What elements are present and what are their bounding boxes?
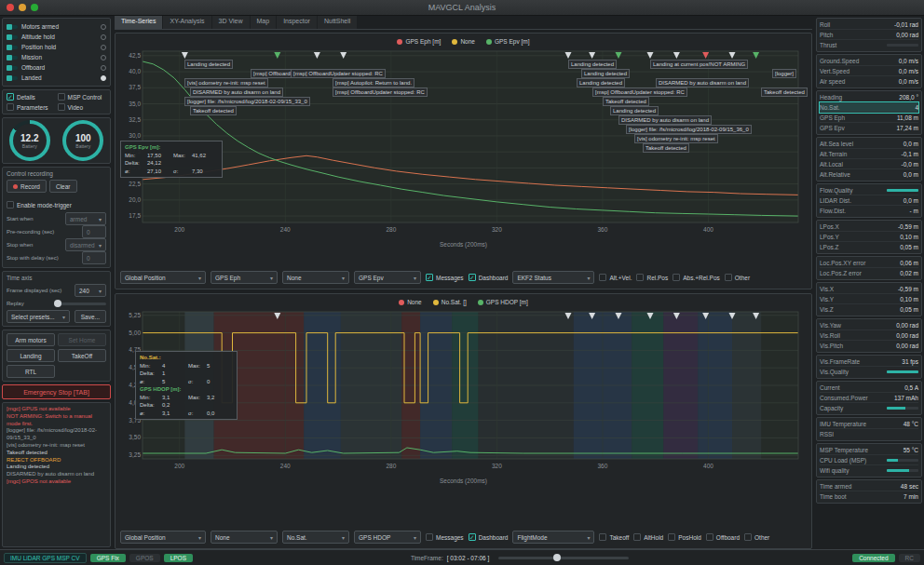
checkbox-abs-rel-pos[interactable]: Abs.+Rel.Pos bbox=[673, 274, 720, 281]
gauge-value: 12.2 bbox=[20, 133, 38, 143]
checkbox-parameters[interactable]: Parameters bbox=[7, 103, 56, 111]
checkbox-details[interactable]: ✓Details bbox=[7, 93, 56, 101]
select-flightmode[interactable]: FlightMode▾ bbox=[512, 531, 594, 544]
checkbox-other[interactable]: Other bbox=[744, 533, 769, 541]
emergency-stop-button[interactable]: Emergency Stop [TAB] bbox=[2, 384, 111, 399]
checkbox-video[interactable]: Video bbox=[58, 103, 107, 111]
telemetry-value: 0,06 m bbox=[900, 260, 918, 266]
select-stop-when[interactable]: disarmed▾ bbox=[65, 238, 106, 251]
close-button[interactable] bbox=[7, 4, 14, 11]
checkbox-other[interactable]: Other bbox=[725, 274, 750, 281]
checkbox-alt-vel[interactable]: Alt.+Vel. bbox=[599, 274, 632, 281]
log-message: DISARMED by auto disarm on land bbox=[7, 471, 106, 478]
telemetry-value: 0,0 m bbox=[904, 171, 918, 178]
telemetry-row-loc-pos-z-error: Loc.Pos.Z error0,02 m bbox=[820, 268, 918, 278]
chevron-down-icon: ▾ bbox=[270, 275, 273, 281]
battery-gauge: 100Battery bbox=[62, 120, 103, 161]
select-gps-epv[interactable]: GPS Epv▾ bbox=[354, 271, 421, 284]
y-tick-label: 3,25 bbox=[129, 451, 141, 458]
record-button[interactable]: Record bbox=[7, 180, 47, 193]
telemetry-value: 208,0 ° bbox=[899, 94, 918, 101]
tab-map[interactable]: Map bbox=[251, 16, 277, 29]
replay-slider[interactable] bbox=[54, 303, 106, 305]
command-empty-slot bbox=[58, 365, 106, 378]
telemetry-row-alt-relative: Alt.Relative0,0 m bbox=[820, 169, 918, 180]
checkbox-label: Details bbox=[17, 94, 35, 101]
time-series-chart-top[interactable]: 17,520,022,525,027,530,032,535,037,540,0… bbox=[118, 47, 804, 237]
checkbox-rel-pos[interactable]: Rel.Pos bbox=[636, 274, 668, 281]
clear-button[interactable]: Clear bbox=[49, 180, 77, 193]
legend-dot-icon bbox=[399, 300, 404, 305]
slider-knob[interactable] bbox=[553, 554, 561, 561]
telemetry-row-vis-y: Vis.Y0,10 m bbox=[820, 294, 918, 304]
checkbox-icon: ✓ bbox=[469, 533, 476, 541]
telemetry-row-vis-roll: Vis.Roll0,00 rad bbox=[820, 330, 918, 341]
checkbox-dashboard[interactable]: ✓Dashboard bbox=[469, 533, 509, 541]
slider-knob[interactable] bbox=[54, 300, 61, 307]
checkbox-offboard[interactable]: Offboard bbox=[706, 533, 740, 541]
chart-controls-top: Global Position▾GPS Eph▾None▾GPS Epv▾✓Me… bbox=[118, 269, 808, 287]
checkbox-label: Other bbox=[754, 534, 769, 541]
checkbox-messages[interactable]: Messages bbox=[426, 533, 464, 541]
value-bar bbox=[887, 44, 918, 47]
time-series-chart-bottom[interactable]: 3,253,503,754,004,254,504,755,005,252002… bbox=[118, 308, 804, 474]
flag-led-indicator bbox=[101, 24, 106, 30]
command-arm-motors[interactable]: Arm motors bbox=[7, 333, 55, 346]
presets-select[interactable]: Select presets...▾ bbox=[7, 310, 70, 323]
telemetry-label: Vis.Quality bbox=[820, 369, 849, 375]
minimize-button[interactable] bbox=[19, 4, 26, 11]
select-global-position[interactable]: Global Position▾ bbox=[120, 271, 206, 284]
telemetry-row-imu-temperature: IMU Temperature48 °C bbox=[820, 419, 918, 429]
tab-xy-analysis[interactable]: XY-Analysis bbox=[163, 16, 211, 29]
legend-label: None bbox=[407, 299, 422, 305]
checkbox-althold[interactable]: AltHold bbox=[633, 533, 663, 541]
chevron-down-icon: ▾ bbox=[198, 534, 201, 541]
select-no-sat[interactable]: No.Sat.▾ bbox=[282, 531, 349, 544]
select-none[interactable]: None▾ bbox=[211, 531, 278, 544]
frame-displayed-select[interactable]: 240▾ bbox=[75, 284, 106, 297]
select-none[interactable]: None▾ bbox=[282, 271, 349, 284]
tab-time-series[interactable]: Time-Series bbox=[115, 16, 162, 29]
checkbox-messages[interactable]: ✓Messages bbox=[426, 274, 464, 281]
tab-3d-view[interactable]: 3D View bbox=[212, 16, 250, 29]
select-gps-hdop[interactable]: GPS HDOP▾ bbox=[354, 531, 421, 544]
telemetry-row-capacity: Capacity bbox=[820, 403, 918, 413]
checkbox-takeoff[interactable]: Takeoff bbox=[599, 533, 629, 541]
telemetry-value: 4 bbox=[915, 104, 918, 111]
telemetry-value: 31 fps bbox=[902, 358, 918, 365]
gauge-caption: Battery bbox=[22, 143, 37, 149]
checkbox-dashboard[interactable]: ✓Dashboard bbox=[469, 274, 509, 281]
flag-label: Motors armed bbox=[21, 23, 97, 30]
maximize-button[interactable] bbox=[31, 4, 38, 11]
command-rtl[interactable]: RTL bbox=[7, 365, 55, 378]
select-ekf2-status[interactable]: EKF2 Status▾ bbox=[512, 271, 594, 284]
mode-trigger-checkbox[interactable]: Enable mode-trigger bbox=[7, 201, 72, 209]
command-takeoff[interactable]: TakeOff bbox=[58, 349, 106, 362]
timeaxis-title: Time axis bbox=[7, 275, 106, 281]
checkbox-label: Parameters bbox=[17, 104, 48, 111]
replay-label: Replay bbox=[7, 301, 24, 306]
setting-label: Stop with delay (sec) bbox=[7, 255, 59, 261]
spinner-pre-recording-sec[interactable]: 0 bbox=[82, 225, 106, 238]
telemetry-value: 48 sec bbox=[901, 483, 918, 490]
select-gps-eph[interactable]: GPS Eph▾ bbox=[211, 271, 278, 284]
command-landing[interactable]: Landing bbox=[7, 349, 55, 362]
save-preset-button[interactable]: Save... bbox=[75, 310, 106, 323]
checkbox-msp-control[interactable]: MSP Control bbox=[58, 93, 107, 101]
checkbox-label: Other bbox=[735, 275, 750, 281]
select-start-when[interactable]: armed▾ bbox=[65, 212, 106, 225]
tab-nuttshell[interactable]: NuttShell bbox=[318, 16, 357, 29]
y-tick-label: 42,5 bbox=[129, 52, 141, 59]
telemetry-label: Flow.Dist. bbox=[820, 208, 846, 214]
checkbox-icon: ✓ bbox=[469, 274, 476, 281]
select-global-position[interactable]: Global Position▾ bbox=[120, 531, 206, 544]
tab-inspector[interactable]: Inspector bbox=[277, 16, 317, 29]
chevron-down-icon: ▾ bbox=[99, 242, 102, 249]
spinner-stop-with-delay-sec[interactable]: 0 bbox=[82, 251, 106, 264]
legend-label: GPS Eph [m] bbox=[405, 38, 441, 45]
timeframe-slider[interactable] bbox=[498, 557, 629, 559]
flag-led-indicator bbox=[101, 65, 106, 71]
recording-row-start-when: Start whenarmed▾ bbox=[7, 212, 106, 225]
telemetry-row-ground-speed: Ground.Speed0,0 m/s bbox=[820, 56, 918, 66]
checkbox-poshold[interactable]: PosHold bbox=[668, 533, 701, 541]
